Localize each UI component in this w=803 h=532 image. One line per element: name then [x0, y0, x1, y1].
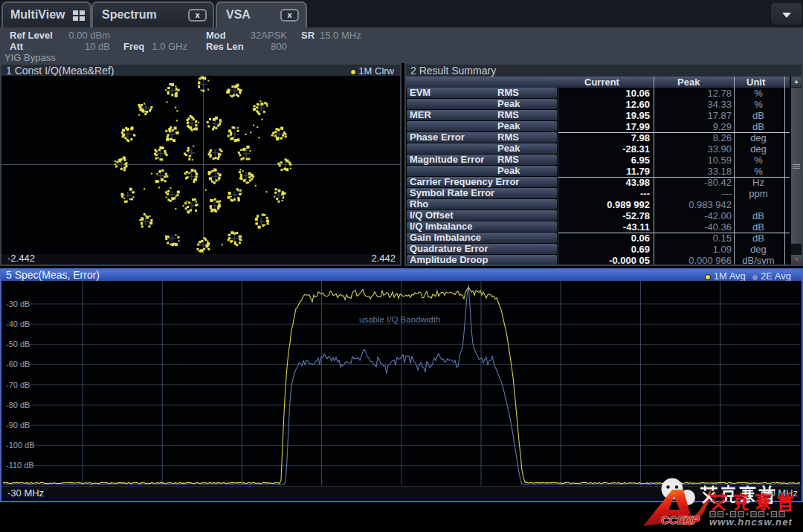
svg-text:CCEXP: CCEXP	[661, 513, 700, 526]
svg-text:www.hncsw.net: www.hncsw.net	[709, 516, 793, 528]
svg-text:usable I/Q Bandwidth: usable I/Q Bandwidth	[359, 315, 440, 324]
